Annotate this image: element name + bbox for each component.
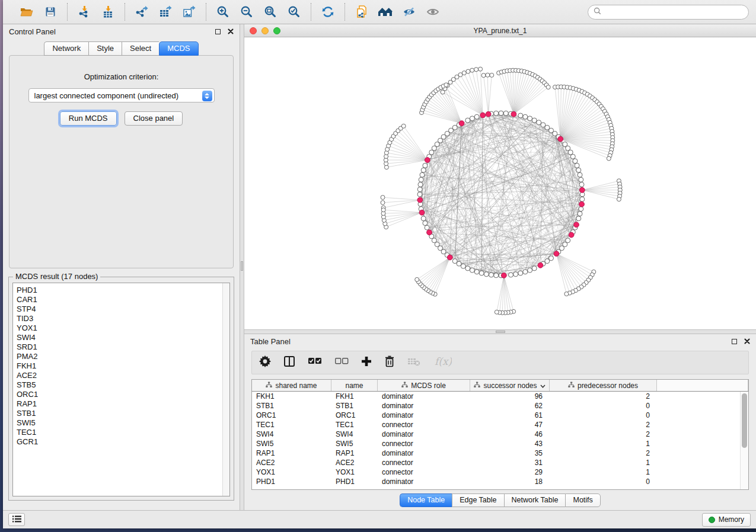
float-panel-icon[interactable] — [215, 29, 221, 34]
mcds-result-item[interactable]: FKH1 — [13, 361, 229, 371]
open-icon — [20, 6, 33, 18]
table-row[interactable]: STB1STB1dominator620 — [252, 401, 748, 411]
column-header-predecessor-nodes[interactable]: predecessor nodes — [550, 380, 657, 391]
import-network-button[interactable] — [75, 3, 94, 21]
network-overview-button[interactable] — [376, 3, 395, 21]
run-mcds-button[interactable]: Run MCDS — [60, 111, 117, 126]
add-row-button[interactable] — [361, 355, 372, 370]
mcds-result-item[interactable]: STB5 — [13, 380, 229, 390]
column-header-successor-nodes[interactable]: successor nodes — [470, 380, 550, 391]
search-box[interactable] — [588, 5, 749, 20]
float-table-panel-icon[interactable] — [732, 339, 737, 344]
table-row[interactable]: SWI4SWI4dominator462 — [252, 430, 748, 439]
table-row[interactable]: ACE2ACE2connector311 — [252, 458, 748, 467]
cell: 96 — [470, 392, 550, 400]
mcds-result-item[interactable]: YOX1 — [13, 323, 229, 333]
tab-node-table[interactable]: Node Table — [400, 493, 452, 507]
column-header-label: MCDS role — [411, 382, 446, 390]
toolbar-group — [206, 3, 311, 21]
table-row[interactable]: ORC1ORC1dominator610 — [252, 411, 748, 420]
delete-row-button[interactable] — [384, 355, 395, 370]
maximize-window-icon[interactable] — [273, 27, 280, 34]
mcds-result-item[interactable]: STP4 — [13, 305, 229, 314]
zoom-selected-button[interactable] — [285, 3, 304, 21]
cell: 61 — [470, 411, 550, 419]
mcds-result-item[interactable]: PHD1 — [13, 286, 229, 295]
table-panel-title: Table Panel — [250, 337, 291, 346]
tab-select[interactable]: Select — [122, 41, 159, 56]
table-row[interactable]: FKH1FKH1dominator962 — [252, 392, 748, 401]
hide-selected-button[interactable] — [400, 3, 419, 21]
column-header-MCDS-role[interactable]: MCDS role — [378, 380, 470, 391]
zoom-in-icon — [216, 5, 229, 18]
zoom-in-button[interactable] — [213, 3, 232, 21]
mcds-result-item[interactable]: STB1 — [13, 409, 229, 418]
column-header-shared-name[interactable]: shared name — [252, 380, 331, 391]
export-image-button[interactable] — [180, 3, 199, 21]
table-scrollbar[interactable] — [740, 392, 748, 489]
tab-style[interactable]: Style — [88, 41, 122, 56]
save-icon — [44, 6, 56, 18]
column-header-name[interactable]: name — [331, 380, 378, 391]
memory-button[interactable]: Memory — [702, 513, 751, 527]
network-canvas[interactable] — [244, 37, 756, 329]
deselect-all-button[interactable] — [334, 355, 349, 370]
mcds-result-item[interactable]: TID3 — [13, 314, 229, 323]
table-row[interactable]: PHD1PHD1dominator180 — [252, 477, 748, 486]
mcds-result-item[interactable]: GCR1 — [13, 437, 229, 447]
zoom-fit-button[interactable] — [261, 3, 280, 21]
refresh-button[interactable] — [318, 3, 337, 21]
vertical-splitter[interactable] — [240, 24, 244, 510]
mcds-result-item[interactable]: SWI5 — [13, 418, 229, 428]
tab-mcds[interactable]: MCDS — [159, 41, 198, 56]
horizontal-splitter[interactable] — [244, 329, 756, 334]
columns-button[interactable] — [283, 355, 295, 370]
mcds-result-item[interactable]: TEC1 — [13, 428, 229, 437]
import-table-button[interactable] — [98, 3, 117, 21]
cell: 1 — [550, 459, 657, 467]
cell: dominator — [378, 411, 470, 419]
minimize-window-icon[interactable] — [261, 27, 269, 34]
network-overview-icon — [378, 6, 393, 18]
table-row[interactable]: TEC1TEC1connector472 — [252, 420, 748, 430]
close-window-icon[interactable] — [250, 27, 257, 34]
mcds-result-list[interactable]: PHD1CAR1STP4TID3YOX1SWI4SRD1PMA2FKH1ACE2… — [12, 283, 230, 496]
tab-network[interactable]: Network — [44, 41, 88, 56]
mcds-result-item[interactable]: SRD1 — [13, 342, 229, 352]
close-table-panel-icon[interactable] — [744, 338, 750, 344]
gear-button[interactable] — [259, 355, 271, 370]
search-input[interactable] — [604, 8, 743, 16]
show-panels-button[interactable] — [8, 513, 25, 526]
mcds-result-item[interactable]: CAR1 — [13, 295, 229, 305]
mcds-result-item[interactable]: RAP1 — [13, 399, 229, 409]
table-scrollbar-thumb[interactable] — [742, 393, 747, 448]
mcds-result-item[interactable]: ACE2 — [13, 371, 229, 380]
save-button[interactable] — [41, 3, 60, 21]
export-table-button[interactable] — [156, 3, 175, 21]
mcds-result-item[interactable]: SWI4 — [13, 333, 229, 342]
table-row[interactable]: RAP1RAP1dominator352 — [252, 448, 748, 458]
cell: STB1 — [252, 402, 331, 410]
mcds-list-scrollbar[interactable] — [222, 283, 229, 496]
close-panel-icon[interactable] — [228, 28, 234, 34]
criterion-select[interactable]: largest connected component (undirected) — [28, 88, 215, 102]
open-button[interactable] — [17, 3, 36, 21]
zoom-out-button[interactable] — [237, 3, 256, 21]
svg-text:f(x): f(x) — [435, 355, 452, 367]
tab-motifs[interactable]: Motifs — [565, 493, 600, 507]
mcds-result-item[interactable]: ORC1 — [13, 390, 229, 399]
close-panel-button[interactable]: Close panel — [125, 111, 183, 126]
table-row[interactable]: SWI5SWI5connector431 — [252, 439, 748, 448]
show-hidden-button[interactable] — [423, 3, 442, 21]
horizontal-splitter-grip[interactable] — [496, 331, 505, 333]
table-row[interactable]: YOX1YOX1connector291 — [252, 467, 748, 477]
vertical-splitter-grip[interactable] — [241, 261, 243, 271]
select-all-button[interactable] — [308, 355, 322, 370]
export-network-button[interactable] — [132, 3, 151, 21]
tab-edge-table[interactable]: Edge Table — [452, 493, 503, 507]
clone-network-button[interactable] — [352, 3, 371, 21]
mcds-result-item[interactable]: PMA2 — [13, 352, 229, 361]
node-table[interactable]: shared namenameMCDS rolesuccessor nodesp… — [251, 379, 749, 490]
cell: 43 — [470, 440, 550, 448]
tab-network-table[interactable]: Network Table — [504, 493, 566, 507]
